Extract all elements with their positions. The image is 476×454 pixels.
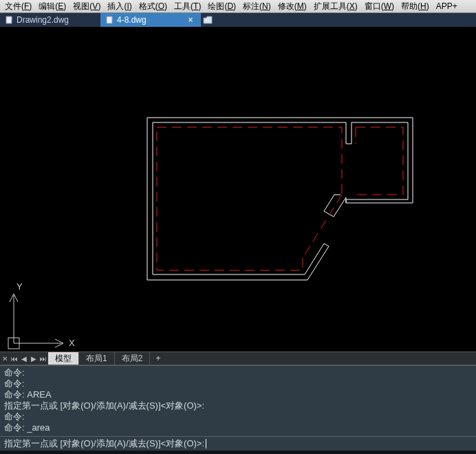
menu-APP+[interactable]: APP+: [433, 1, 461, 12]
drawing-canvas[interactable]: Y X: [0, 27, 476, 352]
text-cursor: [206, 439, 206, 448]
folder-icon: [203, 15, 213, 25]
menu-X[interactable]: 扩展工具(X): [310, 0, 361, 13]
document-tab-label: Drawing2.dwg: [17, 15, 69, 25]
menu-F[interactable]: 文件(F): [1, 0, 35, 13]
menu-V[interactable]: 视图(V): [69, 0, 104, 13]
axis-x-label: X: [69, 338, 75, 348]
menu-W[interactable]: 窗口(W): [361, 0, 398, 13]
menu-N[interactable]: 标注(N): [239, 0, 274, 13]
menu-T[interactable]: 工具(T): [171, 0, 204, 13]
document-tab-1[interactable]: 4-8.dwg×: [100, 13, 201, 27]
menu-I[interactable]: 插入(I): [104, 0, 135, 13]
status-bar: [0, 451, 476, 454]
document-tab-label: 4-8.dwg: [117, 15, 147, 25]
layout-tab-1[interactable]: 布局1: [79, 352, 115, 365]
file-icon: [6, 16, 14, 24]
axis-y-label: Y: [17, 281, 23, 292]
menu-O[interactable]: 格式(O): [136, 0, 171, 13]
command-prompt: 指定第一点或 [对象(O)/添加(A)/减去(S)]<对象(O)>:: [4, 437, 204, 450]
document-tab-0[interactable]: Drawing2.dwg: [0, 13, 100, 27]
menu-M[interactable]: 修改(M): [274, 0, 310, 13]
menu-H[interactable]: 帮助(H): [398, 0, 433, 13]
command-history[interactable]: 命令: 命令: 命令: AREA 指定第一点或 [对象(O)/添加(A)/减去(…: [0, 365, 476, 436]
menu-D[interactable]: 绘图(D): [204, 0, 239, 13]
new-document-button[interactable]: [201, 13, 215, 27]
menu-E[interactable]: 编辑(E): [35, 0, 69, 13]
layout-tab-2[interactable]: 布局2: [115, 352, 151, 365]
file-icon: [106, 16, 114, 24]
add-layout-button[interactable]: +: [150, 353, 166, 364]
document-tab-bar: Drawing2.dwg4-8.dwg×: [0, 13, 476, 27]
menu-bar: 文件(F)编辑(E)视图(V)插入(I)格式(O)工具(T)绘图(D)标注(N)…: [0, 0, 476, 13]
ucs-icon: Y X: [4, 268, 80, 357]
close-tab-icon[interactable]: ×: [186, 15, 195, 25]
command-line[interactable]: 指定第一点或 [对象(O)/添加(A)/减去(S)]<对象(O)>:: [0, 436, 476, 451]
